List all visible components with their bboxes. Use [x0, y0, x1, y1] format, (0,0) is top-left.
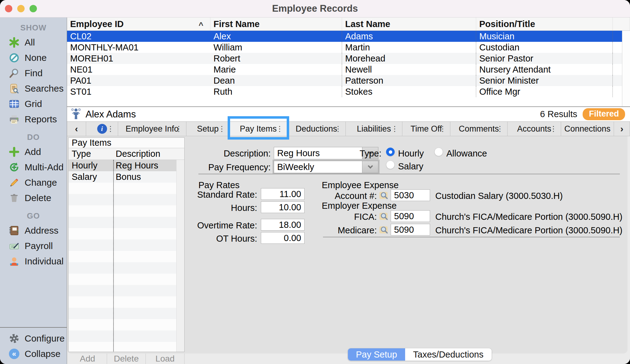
- tab-overflow-icon[interactable]: ⋮: [276, 125, 283, 133]
- overtime-rate-label: Overtime Rate:: [185, 220, 257, 231]
- pay-rates-title: Pay Rates: [198, 180, 240, 190]
- pencil-icon: [9, 177, 20, 188]
- table-row[interactable]: CL02 Alex Adams Musician: [67, 31, 630, 42]
- record-name: Alex Adams: [86, 109, 136, 120]
- tab-liabilities[interactable]: Liabilities ⋮: [346, 122, 402, 136]
- sidebar-item-individual[interactable]: Individual: [0, 254, 67, 269]
- tab-overflow-icon[interactable]: ⋮: [439, 125, 446, 133]
- check-pen-icon: [9, 240, 20, 251]
- sidebar-item-grid[interactable]: Grid: [0, 96, 67, 112]
- table-row[interactable]: PA01 Dean Patterson Senior Minister: [67, 75, 630, 86]
- prohibition-icon: [9, 52, 20, 63]
- standard-rate-field[interactable]: 11.00: [261, 188, 305, 200]
- sidebar-item-reports[interactable]: Reports: [0, 112, 67, 127]
- overtime-rate-field[interactable]: 18.00: [261, 219, 305, 231]
- circular-plus-icon: [9, 162, 20, 173]
- tab-overflow-icon[interactable]: ⋮: [550, 125, 557, 133]
- sidebar-item-change[interactable]: Change: [0, 175, 67, 190]
- sidebar-item-none[interactable]: None: [0, 50, 67, 65]
- employee-person-icon: [71, 108, 81, 121]
- address-book-icon: [9, 225, 20, 236]
- column-header-description[interactable]: Description: [113, 148, 184, 160]
- sidebar-item-payroll[interactable]: Payroll: [0, 238, 67, 254]
- ot-hours-label: OT Hours:: [185, 234, 257, 244]
- sidebar-item-find[interactable]: Find: [0, 65, 67, 81]
- sidebar-item-collapse[interactable]: « Collapse: [0, 346, 67, 362]
- radio-allowance[interactable]: [434, 148, 443, 156]
- table-scrollbar[interactable]: [622, 31, 630, 106]
- table-row[interactable]: ST01 Ruth Stokes Office Mgr: [67, 86, 630, 97]
- standard-rate-label: Standard Rate:: [185, 190, 257, 200]
- employer-expense-title: Employer Expense: [322, 201, 397, 211]
- table-row[interactable]: MONTHLY-MA01 William Martin Custodian: [67, 42, 630, 53]
- divider: [198, 174, 620, 174]
- column-header-position-title[interactable]: Position/Title: [476, 18, 613, 30]
- fica-lookup-icon[interactable]: [379, 212, 389, 221]
- tab-comments[interactable]: Comments ⋮: [450, 122, 508, 136]
- pay-items-scrollbar[interactable]: [176, 160, 184, 352]
- radio-salary[interactable]: [386, 160, 395, 169]
- tab-setup[interactable]: Setup ⋮: [186, 122, 229, 136]
- sidebar-item-configure[interactable]: Configure: [0, 331, 67, 346]
- column-header-last-name[interactable]: Last Name: [342, 18, 476, 30]
- type-label: Type:: [351, 148, 381, 159]
- sidebar-section-show: SHOW: [0, 21, 67, 35]
- hours-field[interactable]: 10.00: [261, 201, 305, 213]
- table-row[interactable]: MOREH01 Robert Morehead Senior Pastor: [67, 53, 630, 64]
- tab-accounts[interactable]: Accounts ⋮: [508, 122, 561, 136]
- magnifier-icon: [9, 68, 20, 79]
- column-header-first-name[interactable]: First Name: [210, 18, 342, 30]
- account-lookup-icon[interactable]: [379, 191, 389, 200]
- zoom-window-button[interactable]: [30, 5, 37, 12]
- tab-info[interactable]: i ⋮: [86, 122, 118, 136]
- radio-hourly[interactable]: [386, 148, 395, 156]
- tab-overflow-icon[interactable]: ⋮: [107, 125, 114, 133]
- account-number-field[interactable]: 5030: [391, 189, 430, 201]
- pay-items-panel: Pay Items Type Description Hourly Reg Ho…: [68, 137, 185, 352]
- column-header-type[interactable]: Type: [69, 148, 113, 160]
- fica-account-field[interactable]: 5090: [391, 210, 430, 222]
- list-item[interactable]: Salary Bonus: [69, 171, 184, 183]
- medicare-lookup-icon[interactable]: [379, 225, 389, 234]
- minimize-window-button[interactable]: [17, 5, 25, 12]
- tab-overflow-icon[interactable]: ⋮: [334, 125, 342, 133]
- window-title: Employee Records: [272, 3, 358, 14]
- sidebar-item-searches[interactable]: Searches: [0, 81, 67, 96]
- tab-overflow-icon[interactable]: ⋮: [391, 125, 398, 133]
- list-item[interactable]: Hourly Reg Hours: [69, 160, 184, 171]
- grid-icon: [9, 98, 20, 109]
- column-header-employee-id[interactable]: Employee ID ^: [67, 18, 210, 30]
- tab-overflow-icon[interactable]: ⋮: [496, 125, 504, 133]
- tab-deductions[interactable]: Deductions ⋮: [287, 122, 346, 136]
- plus-icon: [9, 146, 20, 157]
- delete-pay-item-button[interactable]: Delete: [107, 354, 146, 364]
- ot-hours-field[interactable]: 0.00: [261, 232, 305, 244]
- add-pay-item-button[interactable]: Add: [68, 354, 107, 364]
- tab-scroll-right-button[interactable]: ›: [614, 122, 630, 136]
- tab-pay-items[interactable]: Pay Items ⋮: [229, 122, 287, 136]
- medicare-account-field[interactable]: 5090: [391, 224, 430, 235]
- account-number-label: Account #:: [314, 191, 377, 201]
- close-window-button[interactable]: [5, 5, 12, 12]
- load-pay-item-button[interactable]: Load: [146, 354, 185, 364]
- tab-employee-info[interactable]: Employee Info ⋮: [118, 122, 186, 136]
- taxes-deductions-tab[interactable]: Taxes/Deductions: [405, 348, 492, 361]
- sidebar-item-add[interactable]: Add: [0, 144, 67, 160]
- filtered-badge[interactable]: Filtered: [583, 108, 625, 120]
- sidebar-item-all[interactable]: All: [0, 35, 67, 50]
- tab-overflow-icon[interactable]: ⋮: [218, 125, 225, 133]
- detail-tab-bar: ‹ i ⋮ Employee Info ⋮ Setup ⋮ Pay Items …: [67, 122, 630, 136]
- table-row[interactable]: NE01 Marie Newell Nursery Attendant: [67, 64, 630, 75]
- sidebar-item-delete[interactable]: Delete: [0, 190, 67, 206]
- tab-overflow-icon[interactable]: ⋮: [175, 125, 182, 133]
- tab-time-off[interactable]: Time Off ⋮: [402, 122, 450, 136]
- chevron-left-icon: ‹: [75, 124, 78, 134]
- pay-setup-tab[interactable]: Pay Setup: [348, 348, 405, 361]
- tab-connections[interactable]: Connections: [561, 122, 614, 136]
- pay-frequency-dropdown[interactable]: BiWeekly: [274, 161, 378, 173]
- tab-scroll-left-button[interactable]: ‹: [67, 122, 86, 136]
- pay-frequency-label: Pay Frequency:: [191, 162, 271, 172]
- record-header-bar: Alex Adams 6 Results Filtered: [67, 107, 630, 122]
- sidebar-item-multi-add[interactable]: Multi-Add: [0, 160, 67, 175]
- sidebar-item-address[interactable]: Address: [0, 223, 67, 238]
